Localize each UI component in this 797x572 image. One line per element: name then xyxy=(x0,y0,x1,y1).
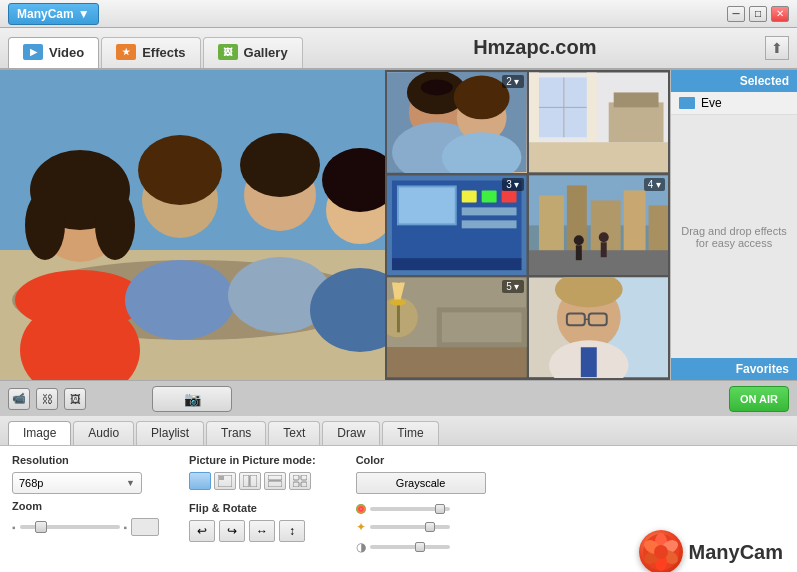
favorites-header[interactable]: Favorites xyxy=(671,358,797,380)
btab-text[interactable]: Text xyxy=(268,421,320,445)
bottom-tabs: Image Audio Playlist Trans Text Draw Tim… xyxy=(0,416,797,446)
grayscale-button[interactable]: Grayscale xyxy=(356,472,486,494)
main-content: 2 ▾ xyxy=(0,70,797,380)
zoom-row: ▪ ▪ xyxy=(12,518,159,536)
upload-icon: ⬆ xyxy=(771,40,783,56)
btab-trans-label: Trans xyxy=(221,426,251,440)
tab-effects[interactable]: ★ Effects xyxy=(101,37,200,68)
svg-rect-78 xyxy=(580,348,596,378)
pip-btn-3[interactable] xyxy=(239,472,261,490)
maximize-button[interactable]: □ xyxy=(749,6,767,22)
color-label: Color xyxy=(356,454,486,466)
btab-time[interactable]: Time xyxy=(382,421,438,445)
resolution-dropdown[interactable]: 768p ▼ xyxy=(12,472,142,494)
effects-tab-icon: ★ xyxy=(116,44,136,60)
dropdown-arrow-icon: ▼ xyxy=(78,7,90,21)
settings-panel: Resolution 768p ▼ Zoom ▪ ▪ Picture in Pi… xyxy=(0,446,797,572)
camera-toggle-button[interactable]: 📹 xyxy=(8,388,30,410)
upload-button[interactable]: ⬆ xyxy=(765,36,789,60)
btab-playlist[interactable]: Playlist xyxy=(136,421,204,445)
rotate-ccw-button[interactable]: ↩ xyxy=(189,520,215,542)
gallery-tab-icon: 🖼 xyxy=(218,44,238,60)
tab-video[interactable]: ▶ Video xyxy=(8,37,99,68)
thumbnail-5[interactable]: 5 ▾ xyxy=(387,277,527,378)
resolution-label: Resolution xyxy=(12,454,159,466)
btab-image[interactable]: Image xyxy=(8,421,71,445)
btab-trans[interactable]: Trans xyxy=(206,421,266,445)
color-sliders: ✦ ◑ xyxy=(356,504,486,554)
site-title: Hmzapc.com xyxy=(305,26,765,68)
svg-point-14 xyxy=(125,260,235,340)
link-button[interactable]: ⛓ xyxy=(36,388,58,410)
contrast-slider[interactable] xyxy=(370,545,450,549)
svg-rect-45 xyxy=(502,190,517,202)
saturation-row xyxy=(356,504,486,514)
pip-label: Picture in Picture mode: xyxy=(189,454,316,466)
manycam-logo-area: ManyCam xyxy=(639,530,783,572)
pip-btn-2[interactable] xyxy=(214,472,236,490)
minimize-button[interactable]: ─ xyxy=(727,6,745,22)
svg-rect-83 xyxy=(268,475,282,480)
svg-rect-68 xyxy=(442,313,522,343)
btab-draw-label: Draw xyxy=(337,426,365,440)
pip-btn-4[interactable] xyxy=(264,472,286,490)
snapshot-icon: 📷 xyxy=(184,391,201,407)
btab-draw[interactable]: Draw xyxy=(322,421,380,445)
thumb-5-num: 5 ▾ xyxy=(502,280,523,293)
thumbnail-4[interactable]: 4 ▾ xyxy=(529,175,669,276)
right-panel: Selected Eve Drag and drop effects for e… xyxy=(670,70,797,380)
svg-rect-59 xyxy=(600,242,606,257)
resolution-zoom-col: Resolution 768p ▼ Zoom ▪ ▪ xyxy=(12,454,159,572)
selected-label: Selected xyxy=(740,74,789,88)
btab-audio[interactable]: Audio xyxy=(73,421,134,445)
rotate-cw-button[interactable]: ↪ xyxy=(219,520,245,542)
camera-icon: 📹 xyxy=(12,392,26,405)
title-bar-left: ManyCam ▼ xyxy=(8,3,99,25)
tab-gallery-label: Gallery xyxy=(244,45,288,60)
flip-rotate-row: ↩ ↪ ↔ ↕ xyxy=(189,520,316,542)
svg-point-56 xyxy=(573,235,583,245)
saturation-thumb[interactable] xyxy=(435,504,445,514)
tab-gallery[interactable]: 🖼 Gallery xyxy=(203,37,303,68)
svg-rect-55 xyxy=(529,250,669,275)
contrast-thumb[interactable] xyxy=(415,542,425,552)
svg-rect-47 xyxy=(462,220,517,228)
pip-btn-1[interactable] xyxy=(189,472,211,490)
svg-point-24 xyxy=(421,79,453,95)
thumbnail-1[interactable]: 2 ▾ xyxy=(387,72,527,173)
thumb2-scene xyxy=(529,72,669,173)
saturation-slider[interactable] xyxy=(370,507,450,511)
selected-header: Selected xyxy=(671,70,797,92)
thumbnail-3[interactable]: 3 ▾ xyxy=(387,175,527,276)
btab-playlist-label: Playlist xyxy=(151,426,189,440)
thumb-3-num: 3 ▾ xyxy=(502,178,523,191)
snapshot-button[interactable]: 📷 xyxy=(152,386,232,412)
svg-rect-34 xyxy=(586,73,596,143)
svg-point-16 xyxy=(240,133,320,197)
video-controls-bar: 📹 ⛓ 🖼 📷 ON AIR xyxy=(0,380,797,416)
svg-rect-81 xyxy=(243,475,249,487)
thumbnail-2[interactable] xyxy=(529,72,669,173)
video-scene-svg xyxy=(0,70,385,380)
on-air-label: ON AIR xyxy=(740,393,778,405)
photo-button[interactable]: 🖼 xyxy=(64,388,86,410)
brightness-thumb[interactable] xyxy=(425,522,435,532)
selected-item-eve[interactable]: Eve xyxy=(671,92,797,115)
pip-btn-5[interactable] xyxy=(289,472,311,490)
manycam-logo-text: ManyCam xyxy=(689,541,783,564)
flip-v-button[interactable]: ↕ xyxy=(279,520,305,542)
svg-rect-46 xyxy=(462,207,517,215)
zoom-slider-thumb[interactable] xyxy=(35,521,47,533)
svg-rect-57 xyxy=(575,245,581,260)
brightness-slider[interactable] xyxy=(370,525,450,529)
drag-drop-hint: Drag and drop effects for easy access xyxy=(671,115,797,358)
manycam-menu-button[interactable]: ManyCam ▼ xyxy=(8,3,99,25)
svg-rect-62 xyxy=(387,348,527,378)
photo-icon: 🖼 xyxy=(70,393,81,405)
flip-h-button[interactable]: ↔ xyxy=(249,520,275,542)
close-button[interactable]: ✕ xyxy=(771,6,789,22)
video-preview xyxy=(0,70,385,380)
btab-image-label: Image xyxy=(23,426,56,440)
on-air-button[interactable]: ON AIR xyxy=(729,386,789,412)
thumbnail-6[interactable] xyxy=(529,277,669,378)
